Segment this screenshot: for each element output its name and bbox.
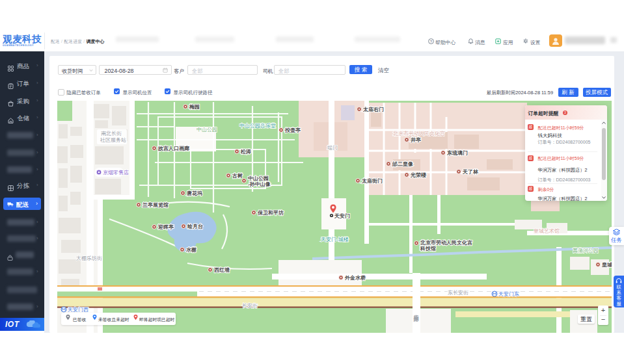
svg-text:菖蒲河公园: 菖蒲河公园 xyxy=(573,248,599,254)
svg-text:长安街: 长安街 xyxy=(242,303,258,309)
svg-text:天安门-城楼: 天安门-城楼 xyxy=(321,237,349,242)
svg-text:光荣楼: 光荣楼 xyxy=(410,172,427,178)
svg-text:大棚乐坊街: 大棚乐坊街 xyxy=(76,255,102,261)
svg-text:兰亭展览馆: 兰亭展览馆 xyxy=(142,202,169,208)
svg-text:中山公园: 中山公园 xyxy=(197,127,217,133)
svg-text:太庙右门: 太庙右门 xyxy=(362,106,384,112)
svg-text:唐花坞: 唐花坞 xyxy=(186,190,202,196)
svg-text:皇城墙: 皇城墙 xyxy=(601,262,612,268)
svg-text:社区服务站: 社区服务站 xyxy=(100,137,126,143)
svg-text:外金水桥: 外金水桥 xyxy=(344,275,366,281)
svg-text:西红墙: 西红墙 xyxy=(214,267,230,273)
svg-text:皇城艺术馆: 皇城艺术馆 xyxy=(534,228,560,234)
svg-text:井亭: 井亭 xyxy=(410,136,421,143)
svg-text:-孙中山像: -孙中山像 xyxy=(248,181,271,187)
svg-text:端门: 端门 xyxy=(327,145,338,151)
svg-text:太庙街门: 太庙街门 xyxy=(361,177,383,184)
svg-text:天安门: 天安门 xyxy=(334,213,350,219)
svg-text:北京市劳动人民文化宫: 北京市劳动人民文化宫 xyxy=(420,239,472,246)
svg-text:邰二皇像: 邰二皇像 xyxy=(392,161,413,167)
svg-text:保卫和平坊: 保卫和平坊 xyxy=(257,210,284,216)
svg-text:天安门东: 天安门东 xyxy=(498,291,519,297)
svg-text:南北长街: 南北长街 xyxy=(101,131,122,136)
svg-text:绘月台: 绘月台 xyxy=(187,223,203,229)
svg-text:京烟零售店: 京烟零售店 xyxy=(103,170,129,176)
svg-text:天了林: 天了林 xyxy=(462,169,479,175)
svg-text:古树: 古树 xyxy=(232,173,243,179)
svg-text:?: ? xyxy=(430,40,433,44)
svg-text:科技馆: 科技馆 xyxy=(420,245,436,252)
svg-text:东琉璃门: 东琉璃门 xyxy=(446,150,468,156)
svg-text:梅园: 梅园 xyxy=(189,104,200,110)
svg-text:迎晖亭: 迎晖亭 xyxy=(157,224,174,230)
svg-text:中山公园音乐堂: 中山公园音乐堂 xyxy=(239,123,276,129)
svg-text:天安门西: 天安门西 xyxy=(68,307,88,313)
svg-text:中山公园: 中山公园 xyxy=(248,176,269,181)
svg-text:松涛: 松涛 xyxy=(240,149,251,155)
svg-text:北京市劳动人民文化宫: 北京市劳动人民文化宫 xyxy=(392,131,445,136)
svg-text:东长安街: 东长安街 xyxy=(448,290,468,296)
svg-text:投壶亭: 投壶亭 xyxy=(284,127,301,133)
svg-text:水榭: 水榭 xyxy=(185,247,197,253)
svg-text:故宫人口画廊: 故宫人口画廊 xyxy=(157,145,189,151)
